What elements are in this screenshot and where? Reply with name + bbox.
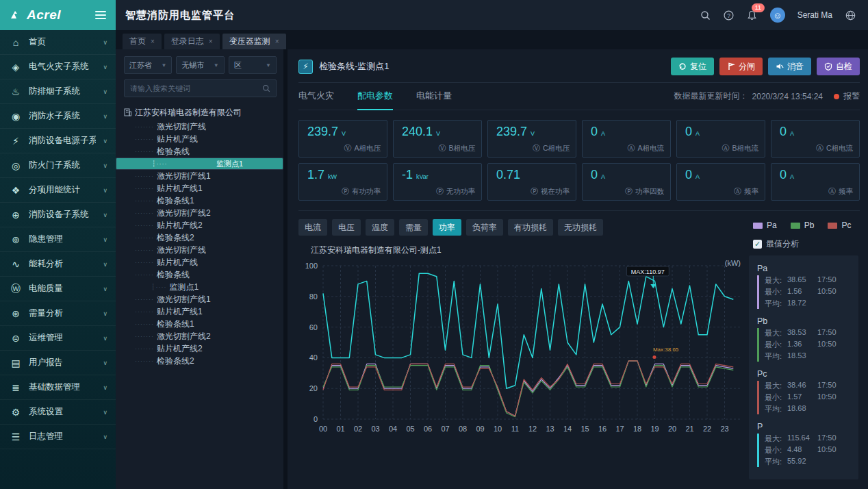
chart-filter-1[interactable]: 电压 — [332, 219, 361, 236]
legend-item-Pc[interactable]: Pc — [828, 221, 851, 230]
self-check-button[interactable]: 自检 — [817, 58, 860, 75]
tree-node[interactable]: ·······激光切割产线2 — [124, 330, 277, 342]
sidebar-item-14[interactable]: ≣基础数据管理∨ — [0, 375, 116, 400]
chart-filter-7[interactable]: 无功损耗 — [558, 219, 603, 236]
help-icon[interactable]: ? — [724, 10, 735, 21]
sidebar-toggle-icon[interactable] — [95, 11, 106, 19]
chevron-down-icon: ∨ — [103, 138, 107, 145]
tree-node-label: 贴片机产线2 — [157, 342, 203, 355]
svg-text:20: 20 — [668, 425, 676, 433]
chart-section: 电流电压温度需量功率负荷率有功损耗无功损耗 江苏安科瑞电器制造有限公司-测点1 … — [298, 210, 860, 489]
close-tab-icon[interactable]: × — [275, 38, 279, 45]
chart-filter-2[interactable]: 温度 — [366, 219, 394, 236]
tree-connector: ······· — [135, 219, 154, 231]
tree-node[interactable]: ·······贴片机产线 — [124, 133, 277, 145]
close-tab-icon[interactable]: × — [151, 38, 155, 45]
sidebar-item-6[interactable]: ❖分项用能统计∨ — [0, 178, 116, 203]
sidebar-item-15[interactable]: ⚙系统设置∨ — [0, 400, 116, 425]
stat-card-10: 0AⒶ频率 — [676, 163, 765, 201]
sidebar-item-7[interactable]: ⊕消防设备子系统∨ — [0, 203, 116, 227]
tree-node[interactable]: ·······激光切割产线 — [124, 244, 277, 256]
tree-node[interactable]: ·······检验条线1 — [124, 318, 277, 330]
tree-node[interactable]: ·······贴片机产线1 — [124, 305, 277, 318]
chart-filter-4-active[interactable]: 功率 — [433, 219, 461, 236]
card-type-icon: Ⓐ — [828, 186, 836, 197]
sidebar-item-8[interactable]: ⊚隐患管理∨ — [0, 227, 116, 252]
tree-node[interactable]: ·······激光切割产线1 — [124, 293, 277, 305]
avatar[interactable]: ☺ — [770, 8, 785, 23]
sidebar-item-16[interactable]: ☰日志管理∨ — [0, 425, 116, 449]
tree-root-company[interactable]: 江苏安科瑞电器制造有限公司 — [124, 105, 277, 119]
chart-filter-6[interactable]: 有功损耗 — [508, 219, 553, 236]
max-analysis-toggle[interactable]: ✓ 最值分析 — [749, 238, 858, 250]
tree-node[interactable]: ·······检验条线2 — [124, 355, 277, 367]
city-select[interactable]: 无锡市▼ — [176, 56, 224, 74]
reset-button[interactable]: 复位 — [671, 58, 714, 75]
mute-button[interactable]: 消音 — [768, 58, 811, 75]
chart-filter-0[interactable]: 电流 — [298, 219, 327, 236]
sidebar-item-0[interactable]: ⌂首页∨ — [0, 30, 116, 55]
province-select[interactable]: 江苏省▼ — [124, 56, 172, 74]
card-unit: A — [695, 173, 700, 180]
power-line-chart[interactable]: 0204060801000001020304050607080910111213… — [298, 259, 750, 442]
svg-text:100: 100 — [305, 262, 318, 270]
tree-node[interactable]: ·······检验条线1 — [124, 195, 277, 207]
chart-filter-3[interactable]: 需量 — [399, 219, 428, 236]
user-name[interactable]: Serati Ma — [797, 10, 832, 20]
chart-filter-5[interactable]: 负荷率 — [466, 219, 503, 236]
sidebar-item-13[interactable]: ▤用户报告∨ — [0, 351, 116, 375]
trip-button[interactable]: 分闸 — [719, 58, 763, 75]
svg-text:22: 22 — [703, 425, 711, 433]
sidebar-item-11[interactable]: ⊛需量分析∨ — [0, 301, 116, 326]
tree-node[interactable]: ·······激光切割产线 — [124, 121, 277, 133]
param-tab-0[interactable]: 电气火灾 — [298, 83, 334, 110]
tree-node[interactable]: ·······贴片机产线 — [124, 256, 277, 268]
close-tab-icon[interactable]: × — [209, 38, 213, 45]
sidebar-item-9[interactable]: ∿能耗分析∨ — [0, 252, 116, 277]
tree-node[interactable]: ·······检验条线 — [124, 145, 277, 158]
district-select[interactable]: 区▼ — [229, 56, 277, 74]
doc-tab-label: 登录日志 — [171, 36, 204, 47]
sidebar-item-3[interactable]: ◉消防水子系统∨ — [0, 104, 116, 129]
sidebar-item-2[interactable]: ♨防排烟子系统∨ — [0, 79, 116, 104]
notifications-bell-icon[interactable]: 11 — [747, 10, 758, 21]
sidebar-item-12[interactable]: ⊜运维管理∨ — [0, 326, 116, 351]
tree-node[interactable]: ·······激光切割产线1 — [124, 170, 277, 182]
legend-item-Pa[interactable]: Pa — [753, 221, 777, 230]
search-icon[interactable] — [700, 10, 711, 21]
doc-tab-2[interactable]: 变压器监测× — [222, 34, 286, 49]
tree-node[interactable]: ·······检验条线 — [124, 268, 277, 281]
tree-node[interactable]: ·······激光切割产线2 — [124, 207, 277, 219]
checkbox-checked-icon[interactable]: ✓ — [753, 240, 762, 249]
app-window: Acrel 智慧消防用电监管平台 ? 11 ☺ Serati Ma ⌂首页∨◈电… — [0, 0, 868, 489]
card-label: 功率因数 — [635, 187, 664, 197]
tree-connector: ┆···· — [152, 158, 214, 170]
doc-tab-1[interactable]: 登录日志× — [164, 34, 220, 49]
sidebar-item-5[interactable]: ◎防火门子系统∨ — [0, 153, 116, 178]
tree-node-selected[interactable]: ┆····监测点1 — [116, 158, 283, 170]
tree-node[interactable]: ·······贴片机产线2 — [124, 219, 277, 231]
legend-item-Pb[interactable]: Pb — [791, 221, 815, 230]
tree-search-input[interactable] — [130, 84, 262, 92]
sidebar-item-1[interactable]: ◈电气火灾子系统∨ — [0, 55, 116, 79]
param-tab-1-active[interactable]: 配电参数 — [357, 83, 393, 110]
tree-connector: ······· — [135, 121, 154, 133]
button-label: 自检 — [836, 61, 852, 73]
param-tab-2[interactable]: 电能计量 — [416, 83, 452, 110]
tree-node[interactable]: ·······检验条线2 — [124, 231, 277, 244]
sidebar-item-4[interactable]: ⚡消防设备电源子系统∨ — [0, 129, 116, 153]
language-globe-icon[interactable] — [845, 10, 856, 21]
energy-analysis-icon: ∿ — [10, 259, 22, 270]
svg-text:12: 12 — [528, 425, 537, 433]
tree-node[interactable]: ·······贴片机产线2 — [124, 342, 277, 355]
svg-text:17: 17 — [615, 425, 624, 433]
svg-text:08: 08 — [459, 425, 467, 433]
tree-node[interactable]: ·······贴片机产线1 — [124, 182, 277, 195]
doc-tab-0[interactable]: 首页× — [123, 34, 162, 49]
sidebar-item-label: 隐患管理 — [29, 234, 96, 245]
sidebar-item-label: 首页 — [29, 36, 96, 48]
tree-node[interactable]: ┆····监测点1 — [124, 281, 277, 293]
sidebar-item-10[interactable]: Ⓦ电能质量∨ — [0, 277, 116, 301]
tree-search-icon[interactable] — [262, 84, 270, 92]
sidebar-item-label: 需量分析 — [29, 308, 96, 319]
